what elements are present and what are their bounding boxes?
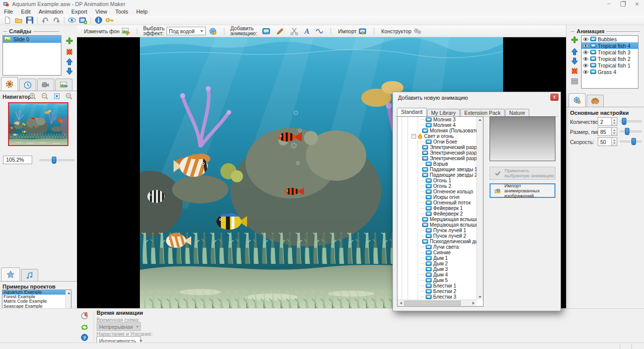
- save-button[interactable]: [24, 16, 35, 25]
- loop-icon[interactable]: [79, 323, 90, 332]
- animation-tree[interactable]: Молния 3 Молния 4: [397, 117, 476, 300]
- export-movie-button[interactable]: [77, 16, 89, 25]
- add-slide-button[interactable]: [64, 36, 74, 45]
- menu-item[interactable]: Export: [67, 8, 92, 16]
- menu-item[interactable]: Animation: [35, 8, 67, 16]
- move-animation-down-button[interactable]: [570, 56, 580, 65]
- tree-item[interactable]: Огненный поток: [397, 200, 476, 205]
- tree-item[interactable]: Молния 3: [397, 117, 476, 122]
- zoom-actual-button[interactable]: [64, 92, 73, 101]
- animation-item[interactable]: Bubbles: [582, 36, 638, 42]
- redo-button[interactable]: [51, 16, 62, 25]
- menu-item[interactable]: Help: [132, 8, 152, 16]
- tab-basic-settings[interactable]: [569, 93, 586, 107]
- animation-item[interactable]: Tropical fish 3: [582, 49, 638, 55]
- register-key-button[interactable]: [104, 16, 115, 25]
- example-item[interactable]: Matrix Code Example: [3, 299, 65, 304]
- tree-item[interactable]: Психоделический дым: [397, 239, 476, 244]
- tree-item[interactable]: Молния (Пользовательская): [397, 128, 476, 133]
- setting-slider-handle[interactable]: [625, 128, 629, 135]
- dialog-tab[interactable]: Extension Pack: [460, 109, 505, 116]
- zoom-slider[interactable]: [39, 157, 74, 163]
- zoom-out-button[interactable]: [40, 92, 49, 101]
- slide-item[interactable]: Slide 0: [3, 36, 61, 43]
- visibility-eye-icon[interactable]: [583, 50, 589, 54]
- spinner-buttons[interactable]: [611, 117, 617, 126]
- tree-item[interactable]: Дым 1: [397, 255, 476, 261]
- menu-item[interactable]: View: [91, 8, 111, 16]
- undo-button[interactable]: [40, 16, 51, 25]
- visibility-eye-icon[interactable]: [583, 37, 589, 41]
- setting-value-input[interactable]: [598, 117, 611, 126]
- animation-list[interactable]: Bubbles Tropical fish 4 Tropical fish 3: [581, 35, 638, 89]
- animation-item[interactable]: Tropical fish 1: [582, 62, 638, 68]
- tree-item[interactable]: Огонь 2: [397, 183, 476, 189]
- tree-item[interactable]: Электрический разряд 2: [397, 150, 476, 156]
- tree-item[interactable]: Огни Боке: [397, 139, 476, 145]
- timer-icon[interactable]: [79, 311, 90, 320]
- visibility-eye-icon[interactable]: [583, 63, 589, 67]
- example-item[interactable]: Aquarium Example: [3, 290, 65, 295]
- restore-button[interactable]: [616, 0, 630, 8]
- tree-item[interactable]: Дым 4: [397, 272, 476, 277]
- tree-item[interactable]: Огонь 1: [397, 178, 476, 183]
- tab-scene-settings[interactable]: [1, 77, 18, 91]
- visibility-eye-icon[interactable]: [583, 57, 589, 61]
- setting-slider-handle[interactable]: [622, 118, 626, 125]
- tree-item[interactable]: Фейерверк 1: [397, 205, 476, 211]
- spinner-buttons[interactable]: [611, 127, 617, 136]
- add-brush-animation-button[interactable]: [273, 26, 287, 37]
- delete-animation-button[interactable]: [570, 66, 580, 76]
- zoom-slider-handle[interactable]: [52, 157, 56, 164]
- tab-examples[interactable]: [1, 267, 20, 281]
- tree-horizontal-scrollbar[interactable]: [397, 300, 476, 306]
- close-button[interactable]: [630, 0, 644, 8]
- example-item[interactable]: Forest Example: [3, 295, 65, 299]
- tree-item[interactable]: Падающие звезды 2: [397, 172, 476, 178]
- tree-item[interactable]: Блестки 3: [397, 294, 476, 300]
- minimize-button[interactable]: [602, 0, 616, 8]
- navigator-thumbnail[interactable]: [8, 102, 68, 146]
- tree-item[interactable]: Молния 4: [397, 122, 476, 128]
- visibility-eye-icon[interactable]: [583, 70, 589, 74]
- tab-music[interactable]: [21, 269, 38, 281]
- collapse-toggle-icon[interactable]: [412, 134, 416, 138]
- import-animated-images-button[interactable]: Импорт анимированных изображений..: [490, 183, 555, 198]
- tree-item[interactable]: Блестки 2: [397, 289, 476, 294]
- animation-item[interactable]: Grass 4: [582, 68, 638, 75]
- tree-item[interactable]: Сияние: [397, 250, 476, 255]
- move-slide-up-button[interactable]: [64, 57, 74, 66]
- add-cut-animation-button[interactable]: [287, 26, 301, 37]
- effect-settings-button[interactable]: [206, 26, 220, 37]
- menu-item[interactable]: File: [0, 8, 17, 16]
- menu-item[interactable]: Edit: [17, 8, 35, 16]
- tab-camera[interactable]: [37, 79, 54, 91]
- help-icon[interactable]: ?: [79, 333, 90, 342]
- setting-slider-handle[interactable]: [631, 138, 636, 145]
- tree-item[interactable]: Пучок лучей 2: [397, 233, 476, 239]
- tab-color-settings[interactable]: [587, 95, 604, 107]
- change-background-button[interactable]: Изменить фон: [81, 26, 133, 37]
- new-project-button[interactable]: [2, 16, 13, 25]
- setting-slider[interactable]: [620, 128, 642, 134]
- dialog-tab[interactable]: My Library: [427, 109, 460, 116]
- tree-item[interactable]: Искры огня: [397, 194, 476, 200]
- info-button[interactable]: [93, 16, 104, 25]
- tree-vertical-scrollbar[interactable]: [476, 117, 483, 300]
- tree-item[interactable]: Дым 3: [397, 266, 476, 272]
- tree-item[interactable]: Блестки 1: [397, 283, 476, 289]
- tree-item[interactable]: Лучи света: [397, 244, 476, 250]
- animation-item[interactable]: Tropical fish 2: [582, 55, 638, 62]
- add-animation-button[interactable]: [570, 35, 580, 44]
- setting-slider[interactable]: [620, 138, 642, 145]
- tab-timing[interactable]: [19, 79, 36, 91]
- dialog-close-button[interactable]: [550, 94, 558, 101]
- add-image-animation-button[interactable]: [259, 26, 273, 37]
- preview-button[interactable]: [66, 16, 77, 25]
- tree-item[interactable]: Электрический разряд 1: [397, 145, 476, 150]
- setting-value-input[interactable]: [598, 127, 611, 136]
- tab-export-image[interactable]: [55, 79, 72, 91]
- tree-item[interactable]: Дым 2: [397, 261, 476, 266]
- delete-slide-button[interactable]: [64, 47, 74, 56]
- dialog-tab[interactable]: Standard: [397, 108, 427, 116]
